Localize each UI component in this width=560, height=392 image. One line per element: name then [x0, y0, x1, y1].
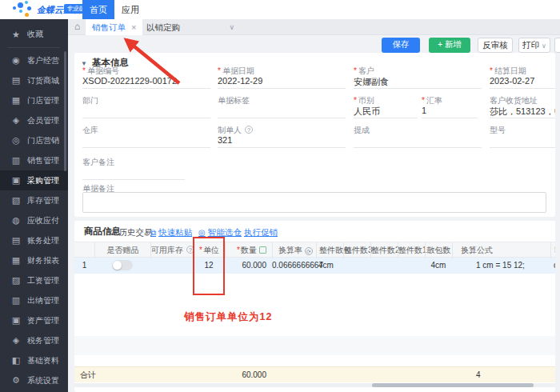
col-loose-count: 散包数 [425, 242, 452, 258]
doc-note-textarea[interactable] [82, 192, 546, 213]
total-label: 合计 [74, 367, 94, 383]
sidebar-item-store[interactable]: ▦门店管理 [0, 90, 68, 110]
dept-field[interactable] [82, 106, 210, 118]
warehouse-field[interactable] [82, 135, 210, 148]
chevron-down-icon[interactable]: ∨ [229, 19, 234, 35]
address-field[interactable]: 莎比，513123，中国安徽 [490, 106, 555, 118]
tab-label: 以销定购 [146, 22, 180, 32]
gift-toggle-cell [94, 258, 150, 274]
sidebar-item-receivable[interactable]: ◍应收应付 [0, 210, 68, 230]
refresh-icon[interactable]: ⟳ [305, 247, 313, 255]
commission-field[interactable] [354, 135, 482, 148]
target-icon: ◎ [198, 228, 206, 237]
sidebar-item-asset[interactable]: ▣资产管理 [0, 310, 68, 330]
help-icon[interactable]: ? [245, 126, 253, 134]
doc-date-label: 单据日期 [218, 66, 346, 76]
aux-cell: cm [550, 258, 555, 274]
sidebar-item-settings[interactable]: ⚙系统设置 [0, 370, 68, 390]
sidebar-item-tax[interactable]: ◈税务管理 [0, 330, 68, 350]
marketing-icon: ◎ [11, 135, 21, 146]
maker-field[interactable]: 321 [218, 135, 346, 148]
history-link[interactable]: ⊙历史交易 [110, 227, 152, 238]
address-label: 客户收货地址 [490, 95, 555, 106]
tab-purchase-by-sales[interactable]: 以销定购∨ [140, 19, 198, 35]
add-button[interactable]: + 新增 [429, 38, 470, 53]
formula-cell: 1 cm = 15 12; [452, 258, 550, 274]
plus-icon: + [438, 39, 445, 49]
sidebar-item-marketing[interactable]: ◎门店营销 [0, 130, 68, 150]
sidebar-item-mall[interactable]: ▤订货商城 [0, 70, 68, 90]
customer-field[interactable]: 安娜副食 [354, 76, 482, 89]
model-label: 型号 [490, 125, 555, 135]
accounting-icon: ▤ [11, 235, 21, 246]
col-whole-loose: 整件散包 [316, 242, 343, 258]
nav-home[interactable]: 首页 [82, 0, 114, 19]
doc-tag-field[interactable] [218, 106, 346, 118]
total-quantity: 60.000 [225, 367, 272, 383]
batch-edit-icon[interactable] [259, 246, 266, 254]
tab-label: 销售订单 [92, 22, 126, 32]
sidebar-item-cashier[interactable]: ▥出纳管理 [0, 290, 68, 310]
receivable-icon: ◍ [11, 215, 21, 226]
doc-no-field[interactable]: XSOD-20221229-00172 [82, 76, 210, 89]
col-is-gift: 是否赠品 [94, 242, 150, 258]
warehouse-label: 仓库 [82, 125, 210, 135]
empty-row-stripe [74, 336, 555, 355]
star-icon: ★ [11, 30, 21, 40]
row-number-header [74, 242, 94, 258]
sidebar-item-member[interactable]: ◈会员管理 [0, 110, 68, 130]
chevron-down-icon[interactable]: ∨ [542, 42, 546, 50]
home-icon[interactable]: ⌂ [74, 21, 80, 32]
scrollbar-thumb[interactable] [372, 383, 534, 387]
available-stock-cell [150, 258, 193, 274]
sidebar-item-finreport[interactable]: ▦财务报表 [0, 250, 68, 270]
commission-label: 提成 [354, 125, 482, 135]
diamond-icon: ♢ [234, 228, 242, 237]
unaudit-button[interactable]: 反审核 [478, 38, 513, 53]
doc-date-field[interactable]: 2022-12-29 [218, 76, 346, 89]
sidebar-item-sales[interactable]: ▥销售管理 [0, 150, 68, 170]
truncated-button[interactable]: 销 [554, 38, 560, 53]
cust-note-field[interactable] [82, 167, 185, 180]
tab-bar: ⌂ 销售订单× 以销定购∨ [68, 19, 560, 35]
clock-icon: ⊙ [110, 228, 116, 237]
rate-label: 汇率 [422, 95, 478, 106]
close-icon[interactable]: × [131, 22, 136, 32]
currency-field[interactable]: 人民币 [354, 106, 418, 118]
sidebar-item-favorites[interactable]: ★收藏 [0, 25, 68, 44]
tax-icon: ◈ [11, 335, 21, 346]
unit-cell[interactable]: 12 [193, 258, 225, 274]
model-field[interactable] [490, 135, 555, 148]
col-whole-1: 整件数1 [398, 242, 425, 258]
settle-date-field[interactable]: 2023-02-27 [490, 76, 555, 89]
quick-paste-link[interactable]: ⧉快速粘贴 [150, 227, 192, 238]
basic-info-card: ▼基本信息 单据编号 XSOD-20221229-00172 单据日期 2022… [74, 53, 555, 217]
promotion-link[interactable]: ♢执行促销 [234, 227, 278, 238]
rate-field[interactable]: 1 [422, 106, 478, 118]
print-button[interactable]: 打印 ∨ [518, 38, 550, 53]
currency-label: 币别 [354, 95, 418, 106]
col-formula: 换算公式 [452, 242, 550, 258]
row-number: 1 [74, 258, 94, 274]
whole-2-cell [370, 258, 398, 274]
sidebar-item-purchase[interactable]: ▣采购管理 [0, 170, 68, 190]
sidebar-item-basedata[interactable]: ◧基础资料 [0, 350, 68, 370]
col-unit: 单位 [193, 242, 225, 258]
total-count: 4 [452, 367, 550, 383]
col-conversion-rate: 换算率⟳ [272, 242, 316, 258]
asset-icon: ▣ [11, 315, 21, 326]
quantity-cell[interactable]: 60.000 [225, 258, 272, 274]
sidebar-item-customer[interactable]: ◉客户经营 [0, 50, 68, 70]
gift-toggle[interactable] [112, 260, 133, 270]
report-icon: ▦ [11, 255, 21, 266]
sidebar-item-inventory[interactable]: ▧库存管理 [0, 190, 68, 210]
mall-icon: ▤ [11, 75, 21, 86]
settle-date-label: 结算日期 [490, 66, 555, 76]
nav-apps[interactable]: 应用 [114, 0, 146, 19]
save-button[interactable]: 保存 [382, 38, 420, 53]
tab-sales-order[interactable]: 销售订单× [86, 19, 142, 35]
sidebar-scrollbar[interactable] [64, 51, 66, 171]
sidebar-item-accounting[interactable]: ▤账务处理 [0, 230, 68, 250]
sidebar-item-payroll[interactable]: ▨工资管理 [0, 270, 68, 290]
table-row[interactable]: 1 12 60.000 0.0666666667 4cm 4cm 1 cm = … [74, 258, 555, 274]
